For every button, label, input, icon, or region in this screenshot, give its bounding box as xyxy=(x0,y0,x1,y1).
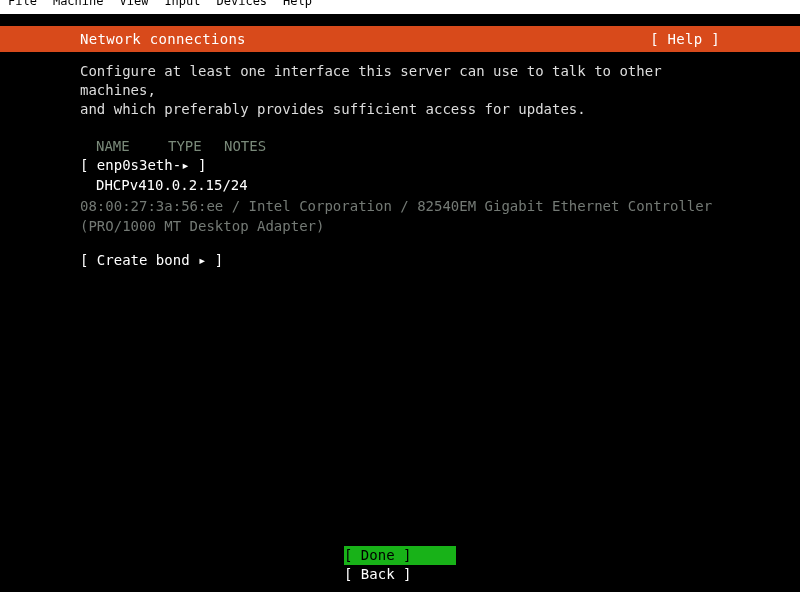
intro-line-2: and which preferably provides sufficient… xyxy=(80,100,720,119)
installer-title-bar: Network connections [ Help ] xyxy=(0,26,800,52)
page-title: Network connections xyxy=(80,31,246,47)
gap xyxy=(0,14,800,26)
interfaces-table: NAMETYPENOTES [ enp0s3eth-▸ ] DHCPv410.0… xyxy=(0,119,800,271)
hwinfo-line-2: (PRO/1000 MT Desktop Adapter) xyxy=(80,217,720,237)
host-menu-help[interactable]: Help xyxy=(283,0,312,6)
address-ip: 10.0.2.15/24 xyxy=(147,177,248,193)
chevron-right-icon: ▸ xyxy=(181,156,189,176)
header-name: NAME xyxy=(96,137,168,157)
create-bond-button[interactable]: [ Create bond ▸ ] xyxy=(80,237,720,271)
host-menu-devices[interactable]: Devices xyxy=(217,0,268,6)
host-menu-input[interactable]: Input xyxy=(164,0,200,6)
table-header-row: NAMETYPENOTES xyxy=(80,137,720,157)
header-notes: NOTES xyxy=(224,137,344,157)
intro-text: Configure at least one interface this se… xyxy=(0,52,800,119)
help-button[interactable]: [ Help ] xyxy=(650,31,720,47)
row-bracket-open: [ xyxy=(80,157,97,173)
interface-notes: - xyxy=(173,157,181,173)
interface-address-row: DHCPv410.0.2.15/24 xyxy=(80,176,720,196)
footer-buttons: [ Done ] [ Back ] xyxy=(0,546,800,584)
done-button[interactable]: [ Done ] xyxy=(344,546,456,565)
host-menu-machine[interactable]: Machine xyxy=(53,0,104,6)
host-menu-file[interactable]: File xyxy=(8,0,37,6)
hwinfo-line-1: 08:00:27:3a:56:ee / Intel Corporation / … xyxy=(80,197,720,217)
row-bracket-close: ] xyxy=(190,157,207,173)
interface-hwinfo: 08:00:27:3a:56:ee / Intel Corporation / … xyxy=(80,195,720,236)
address-proto: DHCPv4 xyxy=(96,177,147,193)
header-type: TYPE xyxy=(168,137,224,157)
vm-host-menubar: File Machine View Input Devices Help xyxy=(0,0,800,14)
back-button[interactable]: [ Back ] xyxy=(344,565,456,584)
intro-line-1: Configure at least one interface this se… xyxy=(80,62,720,100)
interface-name: enp0s3 xyxy=(97,157,148,173)
interface-row-enp0s3[interactable]: [ enp0s3eth-▸ ] xyxy=(80,156,720,176)
interface-type: eth xyxy=(147,157,172,173)
host-menu-view[interactable]: View xyxy=(119,0,148,6)
